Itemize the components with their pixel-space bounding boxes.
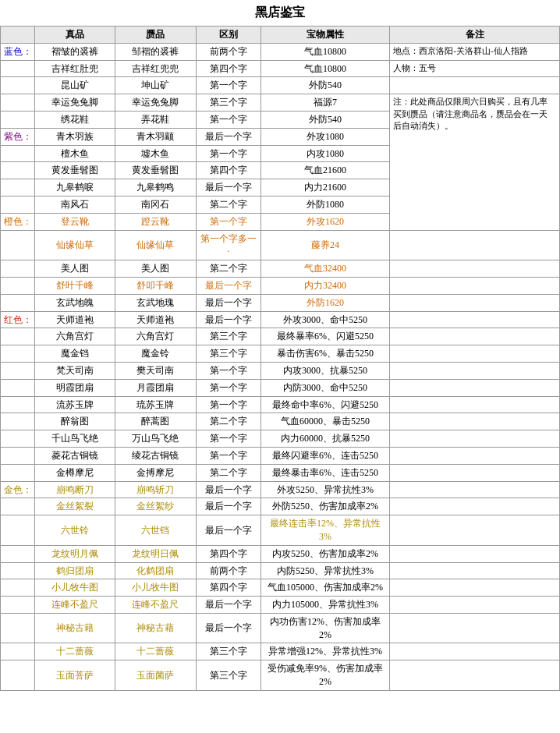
- row-label-cell: [1, 60, 35, 77]
- row-label-cell: 橙色：: [1, 213, 35, 230]
- attr-cell: 气血10800: [261, 60, 390, 77]
- row-label-cell: [1, 77, 35, 94]
- row-label-cell: [1, 413, 35, 430]
- row-label-cell: [1, 379, 35, 396]
- fake-item: 青木羽颛: [115, 128, 197, 145]
- fake-item: 十二蔷薇: [115, 643, 197, 660]
- diff-cell: 最后一个字: [196, 311, 261, 328]
- fake-item: 黄发垂髫图: [115, 162, 197, 179]
- attr-cell: 异常增强12%、异常抗性3%: [261, 643, 390, 660]
- fake-item: 舒叩千峰: [115, 277, 197, 294]
- real-item: 天师道袍: [34, 311, 115, 328]
- note-cell: [390, 613, 560, 643]
- page-title: 黑店鉴宝: [0, 0, 560, 26]
- real-item: 流苏玉牌: [34, 396, 115, 413]
- fake-item: 玉面菌萨: [115, 660, 197, 691]
- note-cell: [390, 379, 560, 396]
- row-label-cell: [1, 464, 35, 481]
- attr-cell: 最终暴击率6%、连击5250: [261, 464, 390, 481]
- real-item: 鹤归团扇: [34, 562, 115, 579]
- diff-cell: 最后一个字: [196, 481, 261, 498]
- real-item: 黄发垂髫图: [34, 162, 115, 179]
- fake-item: 吉祥红兜兜: [115, 60, 197, 77]
- fake-item: 连峰不盈尺: [115, 597, 197, 614]
- note-cell: 注：此处商品仅限周六日购买，且有几率买到赝品（请注意商品名，赝品会在一天后自动消…: [390, 94, 560, 230]
- note-cell: [390, 447, 560, 464]
- note-cell: [390, 579, 560, 597]
- diff-cell: 第一个字: [196, 362, 261, 379]
- note-cell: [390, 643, 560, 660]
- real-item: 吉祥红肚兜: [34, 60, 115, 77]
- real-item: 明霞团扇: [34, 379, 115, 396]
- diff-cell: 第二个字: [196, 413, 261, 430]
- diff-cell: 第一个字: [196, 430, 261, 448]
- diff-cell: 第一个字多一·: [196, 230, 261, 260]
- real-item: 玄武地魄: [34, 294, 115, 311]
- fake-item: 金丝絮纱: [115, 498, 197, 515]
- attr-cell: 内攻5250、伤害加成率2%: [261, 545, 390, 562]
- real-item: 绣花鞋: [34, 111, 115, 128]
- diff-cell: 前两个字: [196, 43, 261, 60]
- row-label-cell: [1, 111, 35, 128]
- real-item: 褶皱的裘裤: [34, 43, 115, 60]
- real-item: 仙缘仙草: [34, 230, 115, 260]
- diff-cell: 第三个字: [196, 643, 261, 660]
- real-item: 梵天司南: [34, 362, 115, 379]
- diff-cell: 第四个字: [196, 579, 261, 597]
- real-item: 昆山矿: [34, 77, 115, 94]
- row-label-cell: [1, 643, 35, 660]
- real-item: 十二蔷薇: [34, 643, 115, 660]
- note-cell: [390, 260, 560, 278]
- attr-cell: 福源7: [261, 94, 390, 112]
- fake-item: 墟木鱼: [115, 145, 197, 162]
- diff-cell: 第一个字: [196, 111, 261, 128]
- row-label-cell: [1, 230, 35, 260]
- attr-cell: 最终命中率6%、闪避5250: [261, 396, 390, 413]
- diff-cell: 第三个字: [196, 345, 261, 363]
- attr-cell: 外攻3000、命中5250: [261, 311, 390, 328]
- real-item: 幸运免兔脚: [34, 94, 115, 112]
- attr-cell: 气血32400: [261, 260, 390, 278]
- fake-item: 神秘古藉: [115, 613, 197, 643]
- note-cell: [390, 362, 560, 379]
- row-label-cell: [1, 498, 35, 515]
- fake-item: 弄花鞋: [115, 111, 197, 128]
- real-item: 龙纹明月佩: [34, 545, 115, 562]
- diff-cell: 最后一个字: [196, 179, 261, 197]
- attr-cell: 气血21600: [261, 162, 390, 179]
- diff-cell: 第四个字: [196, 162, 261, 179]
- row-label-cell: 金色：: [1, 481, 35, 498]
- row-label-cell: [1, 660, 35, 691]
- note-cell: [390, 345, 560, 363]
- fake-item: 绫花古铜镜: [115, 447, 197, 464]
- fake-item: 玄武地瑰: [115, 294, 197, 311]
- real-item: 檀木鱼: [34, 145, 115, 162]
- row-label-cell: [1, 328, 35, 345]
- row-label-cell: [1, 430, 35, 448]
- fake-item: 蹬云靴: [115, 213, 197, 230]
- real-item: 小儿牧牛图: [34, 579, 115, 597]
- note-cell: [390, 294, 560, 311]
- diff-cell: 第二个字: [196, 260, 261, 278]
- real-item: 金樽摩尼: [34, 464, 115, 481]
- diff-cell: 最后一个字: [196, 597, 261, 614]
- fake-item: 化鹤团扇: [115, 562, 197, 579]
- attr-cell: 最终连击率12%、异常抗性3%: [261, 515, 390, 546]
- attr-cell: 最终暴率6%、闪避5250: [261, 328, 390, 345]
- attr-cell: 内防5250、异常抗性3%: [261, 562, 390, 579]
- row-label-cell: [1, 613, 35, 643]
- row-label-cell: [1, 260, 35, 278]
- fake-item: 天师道袍: [115, 311, 197, 328]
- note-cell: [390, 545, 560, 562]
- diff-cell: 第三个字: [196, 94, 261, 112]
- attr-cell: 气血105000、伤害加成率2%: [261, 579, 390, 597]
- diff-cell: 前两个字: [196, 562, 261, 579]
- row-label-cell: [1, 362, 35, 379]
- row-label-cell: [1, 179, 35, 197]
- diff-cell: 最后一个字: [196, 515, 261, 546]
- diff-cell: 第一个字: [196, 379, 261, 396]
- attr-cell: 内力32400: [261, 277, 390, 294]
- real-item: 醉翁图: [34, 413, 115, 430]
- row-label-cell: [1, 196, 35, 213]
- fake-item: 金搏摩尼: [115, 464, 197, 481]
